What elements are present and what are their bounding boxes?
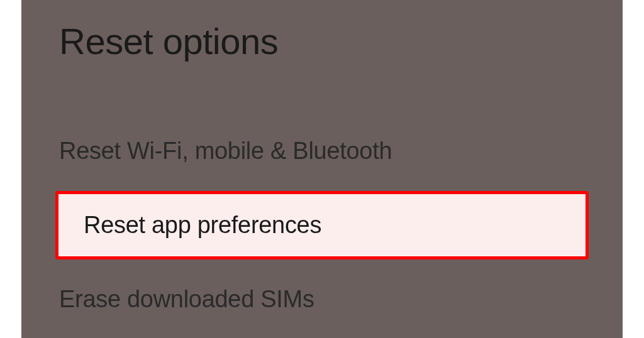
reset-options-list: Reset Wi-Fi, mobile & Bluetooth Reset ap… xyxy=(21,119,623,332)
option-reset-app-preferences[interactable]: Reset app preferences xyxy=(55,191,589,259)
page-title: Reset options xyxy=(21,15,623,62)
settings-screen: Reset options Reset Wi-Fi, mobile & Blue… xyxy=(21,0,623,338)
option-erase-downloaded-sims[interactable]: Erase downloaded SIMs xyxy=(21,267,623,332)
option-reset-wifi-mobile-bluetooth[interactable]: Reset Wi-Fi, mobile & Bluetooth xyxy=(21,119,623,183)
